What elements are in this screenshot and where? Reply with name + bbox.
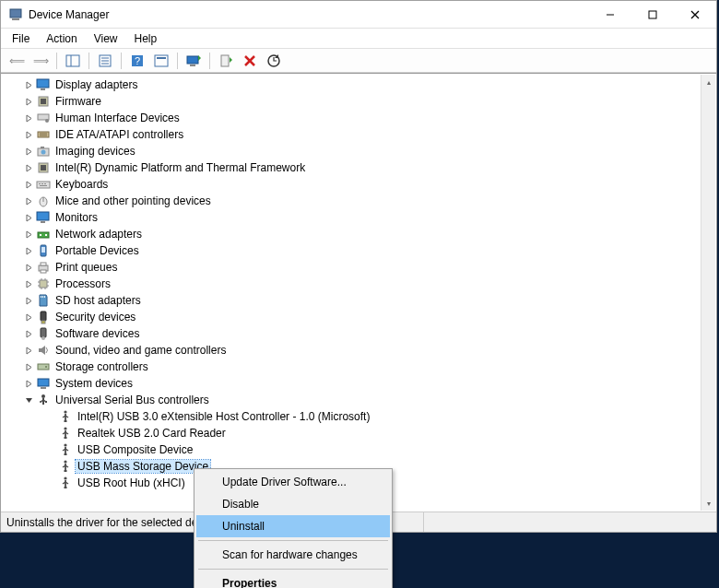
expand-icon[interactable] xyxy=(22,128,35,141)
collapse-icon[interactable] xyxy=(22,394,35,406)
titlebar: Device Manager xyxy=(1,1,716,29)
tree-node[interactable]: Human Interface Devices xyxy=(2,110,700,126)
menu-help[interactable]: Help xyxy=(127,30,165,47)
tree-node[interactable]: Software devices xyxy=(2,325,700,342)
help-button[interactable]: ? xyxy=(127,51,147,71)
expand-icon[interactable] xyxy=(22,178,35,191)
tree-node[interactable]: Imaging devices xyxy=(2,143,700,159)
expand-icon[interactable] xyxy=(22,261,35,274)
uninstall-device-button[interactable] xyxy=(240,51,260,71)
enable-device-button[interactable] xyxy=(216,51,236,71)
printer-icon xyxy=(36,260,51,275)
tree-node-label: Mice and other pointing devices xyxy=(53,194,213,207)
scroll-up-icon[interactable]: ▴ xyxy=(701,75,715,89)
expand-icon[interactable] xyxy=(22,161,35,174)
update-driver-button[interactable] xyxy=(183,51,204,71)
svg-point-73 xyxy=(41,394,45,398)
scan-hardware-button[interactable] xyxy=(264,51,284,71)
scroll-down-icon[interactable]: ▾ xyxy=(701,496,715,511)
expand-icon[interactable] xyxy=(22,211,35,224)
svg-point-89 xyxy=(64,443,66,446)
svg-rect-18 xyxy=(221,55,229,66)
svg-point-68 xyxy=(41,336,45,340)
expand-icon[interactable] xyxy=(22,78,35,91)
cm-properties[interactable]: Properties xyxy=(196,572,390,588)
svg-rect-64 xyxy=(44,296,45,298)
maximize-button[interactable] xyxy=(631,1,674,29)
tree-node[interactable]: SD host adapters xyxy=(2,292,700,309)
expand-icon[interactable] xyxy=(22,311,35,323)
tree-node[interactable]: Keyboards xyxy=(2,176,700,193)
tree-node[interactable]: Processors xyxy=(2,276,700,292)
tree-node[interactable]: System devices xyxy=(2,375,700,392)
tree-node[interactable]: Network adapters xyxy=(2,226,700,242)
device-tree[interactable]: Display adaptersFirmwareHuman Interface … xyxy=(2,75,700,511)
tree-node[interactable]: Display adapters xyxy=(2,76,700,93)
menu-action[interactable]: Action xyxy=(39,30,84,47)
statusbar-text: Uninstalls the driver for the selected d… xyxy=(6,516,220,529)
expand-icon[interactable] xyxy=(22,294,35,307)
tree-node[interactable]: Monitors xyxy=(2,209,700,226)
svg-rect-14 xyxy=(155,55,168,66)
tree-node[interactable]: Mice and other pointing devices xyxy=(2,193,700,209)
tree-child-usb[interactable]: USB Composite Device xyxy=(2,441,700,458)
expand-icon[interactable] xyxy=(22,327,35,340)
expand-icon[interactable] xyxy=(22,95,35,108)
cm-uninstall[interactable]: Uninstall xyxy=(196,515,390,537)
cm-separator xyxy=(198,540,388,541)
properties-button[interactable] xyxy=(95,51,115,71)
expand-placeholder xyxy=(44,443,57,456)
usb-device-icon xyxy=(58,476,73,490)
show-hide-tree-button[interactable] xyxy=(63,51,83,71)
svg-rect-69 xyxy=(38,364,49,370)
usb-device-icon xyxy=(58,426,73,441)
svg-rect-28 xyxy=(38,132,49,137)
tree-node-label: SD host adapters xyxy=(53,294,143,307)
expand-icon[interactable] xyxy=(22,112,35,124)
expand-icon[interactable] xyxy=(22,277,35,290)
expand-icon[interactable] xyxy=(22,360,35,373)
tree-node[interactable]: IDE ATA/ATAPI controllers xyxy=(2,126,700,143)
svg-rect-63 xyxy=(42,296,43,298)
minimize-button[interactable] xyxy=(589,1,631,29)
tree-node[interactable]: Portable Devices xyxy=(2,242,700,259)
tree-node[interactable]: Sound, video and game controllers xyxy=(2,342,700,359)
tree-node-label: Universal Serial Bus controllers xyxy=(53,394,211,406)
tree-node-label: Human Interface Devices xyxy=(53,112,182,124)
toolbar-separator xyxy=(56,53,57,69)
tree-node-label: Network adapters xyxy=(53,228,144,241)
menu-view[interactable]: View xyxy=(87,30,125,47)
expand-icon[interactable] xyxy=(22,194,35,207)
tree-node[interactable]: Security devices xyxy=(2,309,700,325)
svg-rect-23 xyxy=(41,88,45,90)
vertical-scrollbar[interactable]: ▴ ▾ xyxy=(701,75,715,511)
expand-icon[interactable] xyxy=(22,244,35,257)
svg-rect-25 xyxy=(41,99,46,104)
svg-rect-66 xyxy=(41,321,45,323)
tree-node[interactable]: Storage controllers xyxy=(2,359,700,375)
tree-child-usb[interactable]: Intel(R) USB 3.0 eXtensible Host Control… xyxy=(2,408,700,425)
svg-rect-103 xyxy=(65,487,67,488)
app-icon xyxy=(8,7,23,22)
action-menu-button[interactable] xyxy=(151,51,171,71)
svg-rect-0 xyxy=(10,9,21,18)
expand-icon[interactable] xyxy=(22,228,35,241)
cm-scan-hardware[interactable]: Scan for hardware changes xyxy=(196,544,390,566)
tree-node[interactable]: Firmware xyxy=(2,93,700,110)
tree-node[interactable]: Print queues xyxy=(2,259,700,276)
expand-icon[interactable] xyxy=(22,145,35,158)
tree-node-label: Print queues xyxy=(53,261,119,274)
forward-button[interactable]: ⟹ xyxy=(30,51,51,71)
svg-rect-6 xyxy=(66,55,79,66)
expand-icon[interactable] xyxy=(22,377,35,390)
cm-disable[interactable]: Disable xyxy=(196,493,390,515)
svg-rect-1 xyxy=(12,18,19,20)
menu-file[interactable]: File xyxy=(5,30,37,47)
tree-node[interactable]: Intel(R) Dynamic Platform and Thermal Fr… xyxy=(2,159,700,176)
cm-update-driver[interactable]: Update Driver Software... xyxy=(196,471,390,493)
tree-node-usb[interactable]: Universal Serial Bus controllers xyxy=(2,392,700,408)
back-button[interactable]: ⟸ xyxy=(6,51,27,71)
close-button[interactable] xyxy=(674,1,716,29)
expand-icon[interactable] xyxy=(22,344,35,357)
tree-child-usb[interactable]: Realtek USB 2.0 Card Reader xyxy=(2,425,700,441)
